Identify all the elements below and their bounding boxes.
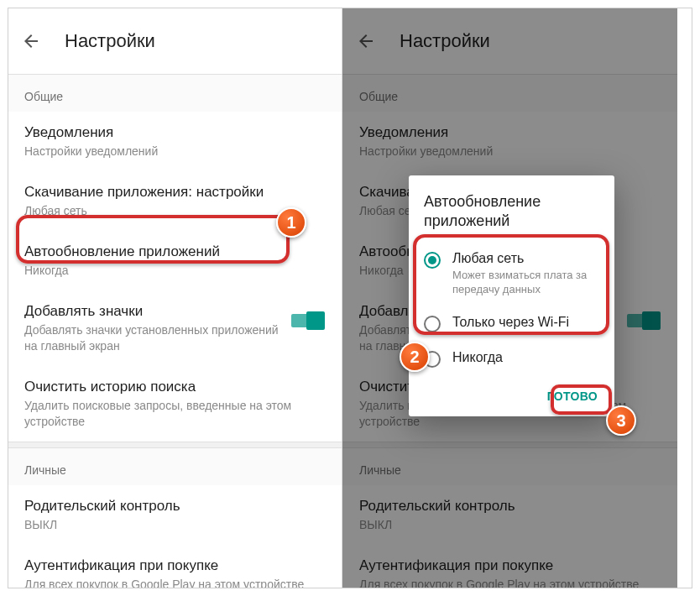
item-sub: Удалить поисковые запросы, введенные на … bbox=[24, 398, 325, 430]
item-download-settings[interactable]: Скачивание приложения: настройки Любая с… bbox=[8, 171, 342, 231]
item-title: Родительский контроль bbox=[24, 497, 325, 515]
section-divider bbox=[8, 442, 342, 448]
dialog-title: Автообновление приложений bbox=[409, 175, 614, 242]
item-title: Уведомления bbox=[24, 123, 325, 142]
toggle-add-icons[interactable] bbox=[291, 314, 325, 327]
item-add-icons[interactable]: Добавлять значки Добавлять значки устано… bbox=[8, 290, 342, 366]
item-sub: Никогда bbox=[24, 263, 325, 279]
item-autoupdate[interactable]: Автообновление приложений Никогда bbox=[8, 231, 342, 290]
page-title: Настройки bbox=[65, 30, 155, 52]
back-arrow-icon[interactable] bbox=[21, 31, 41, 51]
item-parental[interactable]: Родительский контроль ВЫКЛ bbox=[8, 485, 342, 545]
screen-left: Настройки Общие Уведомления Настройки ув… bbox=[8, 8, 342, 588]
autoupdate-dialog: Автообновление приложений Любая сеть Мож… bbox=[409, 175, 614, 416]
item-title: Аутентификация при покупке bbox=[24, 557, 325, 575]
app-header: Настройки bbox=[8, 8, 342, 75]
item-title: Добавлять значки bbox=[24, 302, 281, 321]
section-general-label: Общие bbox=[8, 75, 342, 112]
item-sub: Настройки уведомлений bbox=[24, 144, 325, 159]
section-personal-label: Личные bbox=[8, 448, 342, 485]
done-button[interactable]: ГОТОВО bbox=[539, 383, 606, 410]
radio-icon bbox=[424, 316, 441, 332]
radio-icon bbox=[424, 351, 441, 368]
radio-sub: Может взиматься плата за передачу данных bbox=[452, 269, 599, 297]
item-sub: Любая сеть bbox=[24, 203, 325, 219]
item-title: Очистить историю поиска bbox=[24, 378, 325, 396]
item-sub: ВЫКЛ bbox=[24, 517, 325, 533]
item-title: Автообновление приложений bbox=[24, 243, 325, 261]
item-notifications[interactable]: Уведомления Настройки уведомлений bbox=[8, 112, 342, 171]
item-sub: Для всех покупок в Google Play на этом у… bbox=[24, 577, 325, 588]
radio-any-network[interactable]: Любая сеть Может взиматься плата за пере… bbox=[409, 242, 614, 306]
radio-label: Никогда bbox=[452, 349, 503, 367]
item-sub: Добавлять значки установленных приложени… bbox=[24, 322, 281, 354]
item-clear-history[interactable]: Очистить историю поиска Удалить поисковы… bbox=[8, 366, 342, 442]
radio-wifi-only[interactable]: Только через Wi-Fi bbox=[409, 306, 614, 341]
radio-icon bbox=[424, 252, 441, 269]
item-auth[interactable]: Аутентификация при покупке Для всех поку… bbox=[8, 545, 342, 588]
item-title: Скачивание приложения: настройки bbox=[24, 183, 325, 201]
screen-right: Настройки Общие Уведомления Настройки ув… bbox=[342, 8, 677, 588]
radio-label: Только через Wi-Fi bbox=[452, 314, 569, 332]
dialog-actions: ГОТОВО bbox=[409, 376, 614, 416]
radio-never[interactable]: Никогда bbox=[409, 341, 614, 376]
radio-label: Любая сеть bbox=[452, 250, 599, 268]
